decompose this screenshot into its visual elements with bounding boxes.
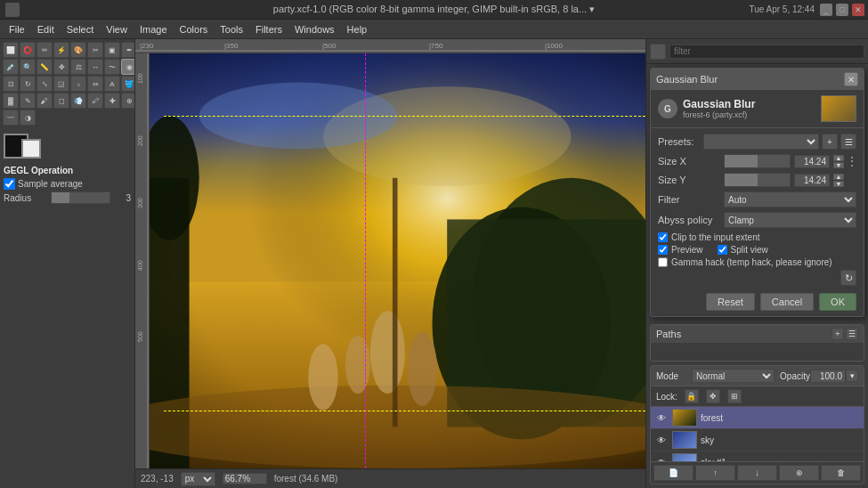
gb-close-button[interactable]: ✕ [844,72,858,86]
tool-dodge[interactable]: ◑ [20,110,36,126]
menu-edit[interactable]: Edit [32,22,60,37]
clip-checkbox[interactable] [658,232,668,242]
filter-select[interactable]: Auto IIR RLE [724,191,856,207]
tool-pencil[interactable]: ✎ [20,93,36,109]
close-button[interactable]: ✕ [852,4,864,16]
reset-button[interactable]: Reset [706,293,755,311]
background-color[interactable] [21,139,41,159]
layer-sky[interactable]: 👁 sky [651,429,864,451]
size-x-label: Size X [658,156,720,167]
canvas-image[interactable] [150,53,645,468]
tool-erase[interactable]: ◻ [53,93,69,109]
paths-new-button[interactable]: + [831,328,844,340]
opacity-arrows[interactable]: ▾ [846,370,858,382]
tool-blur[interactable]: ◉ [121,59,135,75]
cancel-button[interactable]: Cancel [760,293,814,311]
size-y-up[interactable]: ▲ [833,174,844,180]
presets-menu-button[interactable]: ☰ [840,134,856,150]
ok-button[interactable]: OK [819,293,856,311]
tool-measure[interactable]: 📏 [37,59,53,75]
layer-duplicate-button[interactable]: ⊕ [779,465,819,481]
layer-forest[interactable]: 👁 forest [651,407,864,429]
unit-select[interactable]: px in mm [181,472,215,486]
tool-bucket[interactable]: 🪣 [121,76,135,92]
preview-checkbox[interactable] [658,245,668,255]
lock-position-button[interactable]: ✥ [706,389,720,403]
layer-forest-eye[interactable]: 👁 [654,411,669,425]
layer-raise-button[interactable]: ↑ [695,465,735,481]
sample-average-checkbox[interactable] [4,178,15,190]
tool-flip[interactable]: ⇔ [87,76,103,92]
size-y-down[interactable]: ▼ [833,181,844,187]
tool-airbrush[interactable]: 💨 [70,93,86,109]
layer-sky-thumb [672,431,697,449]
size-x-slider[interactable] [724,154,791,168]
menu-file[interactable]: File [4,22,30,37]
filter-input-field[interactable] [669,45,864,59]
size-x-input[interactable] [794,155,830,168]
tool-ellipse-select[interactable]: ⭕ [20,42,36,58]
lock-pixels-button[interactable]: 🔒 [685,389,699,403]
zoom-input[interactable] [223,473,267,484]
tool-text[interactable]: A [104,76,120,92]
layer-sky1[interactable]: 👁 sky #1 [651,451,864,461]
menu-image[interactable]: Image [134,22,173,37]
minimize-button[interactable]: _ [820,4,832,16]
mode-select[interactable]: Normal Multiply Screen [692,369,775,383]
tool-select-by-color[interactable]: 🎨 [70,42,86,58]
tool-transform[interactable]: ↔ [87,59,103,75]
size-x-up[interactable]: ▲ [833,155,844,161]
menu-help[interactable]: Help [342,22,373,37]
tool-align[interactable]: ⚖ [70,59,86,75]
tool-zoom[interactable]: 🔍 [20,59,36,75]
tool-shear[interactable]: ◲ [53,76,69,92]
layer-lower-button[interactable]: ↓ [737,465,777,481]
tool-crop[interactable]: ⊡ [3,76,19,92]
tool-rotate[interactable]: ↻ [20,76,36,92]
gamma-checkbox[interactable] [658,257,668,267]
canvas-container[interactable]: 100 200 300 400 500 [135,53,645,468]
tool-fuzzy-select[interactable]: ⚡ [53,42,69,58]
tool-scale[interactable]: ⤡ [37,76,53,92]
tool-free-select[interactable]: ✏ [37,42,53,58]
tool-ink[interactable]: 🖊 [87,93,103,109]
tool-foreground-select[interactable]: ▣ [104,42,120,58]
layer-sky1-eye[interactable]: 👁 [654,455,669,461]
refresh-button[interactable]: ↻ [840,270,856,286]
opacity-input[interactable] [810,370,846,383]
lock-all-button[interactable]: ⊞ [727,389,742,403]
abyss-select[interactable]: Clamp None Loop [724,212,856,228]
tool-warp[interactable]: 〜 [104,59,120,75]
menu-tools[interactable]: Tools [215,22,248,37]
layer-sky-eye[interactable]: 👁 [654,433,669,447]
layer-new-button[interactable]: 📄 [653,465,694,481]
tool-heal[interactable]: ✚ [104,93,120,109]
tool-move[interactable]: ✥ [53,59,69,75]
svg-point-26 [408,331,437,406]
size-y-input[interactable] [794,174,830,187]
size-y-slider[interactable] [724,173,791,187]
tool-color-picker[interactable]: 💉 [3,59,19,75]
tool-gradient[interactable]: ▓ [3,93,19,109]
radius-slider[interactable] [51,191,110,204]
color-swatch[interactable] [4,132,131,159]
tool-clone[interactable]: ⊕ [121,93,135,109]
layer-delete-button[interactable]: 🗑 [821,465,861,481]
menu-windows[interactable]: Windows [289,22,340,37]
presets-add-button[interactable]: + [822,134,838,150]
menu-view[interactable]: View [101,22,133,37]
tool-smudge[interactable]: 〰 [3,110,19,126]
paths-config-button[interactable]: ☰ [846,328,858,340]
tool-paths[interactable]: ✒ [121,42,135,58]
menu-colors[interactable]: Colors [174,22,214,37]
split-view-checkbox[interactable] [718,245,727,255]
tool-paintbrush[interactable]: 🖌 [37,93,53,109]
menu-select[interactable]: Select [61,22,100,37]
tool-rect-select[interactable]: ⬜ [3,42,19,58]
tool-perspective[interactable]: ⬦ [70,76,86,92]
tool-scissors[interactable]: ✂ [87,42,103,58]
maximize-button[interactable]: □ [836,4,848,16]
size-x-down[interactable]: ▼ [833,162,844,168]
menu-filters[interactable]: Filters [250,22,288,37]
presets-select[interactable] [703,134,819,150]
